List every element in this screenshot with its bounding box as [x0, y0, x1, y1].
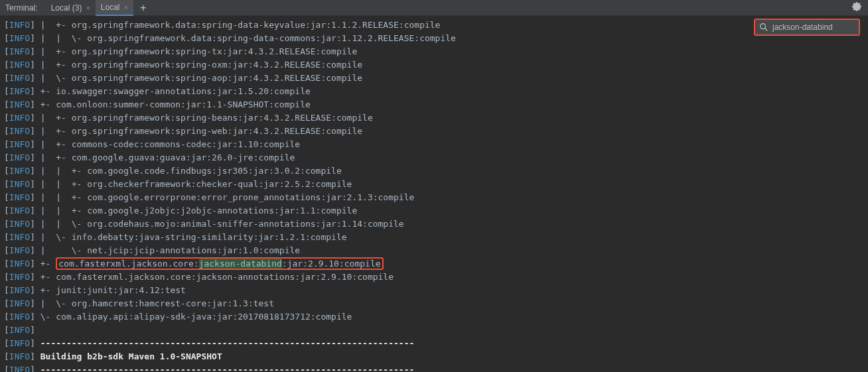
match-highlight-box: com.fasterxml.jackson.core:jackson-datab…	[56, 257, 383, 270]
search-box	[754, 19, 860, 36]
output-line: [INFO] +- io.swagger:swagger-annotations…	[4, 85, 864, 98]
search-input[interactable]	[772, 23, 855, 32]
terminal-tab-bar: Terminal: Local (3) × Local × +	[0, 0, 868, 16]
search-icon	[759, 23, 768, 32]
close-icon[interactable]: ×	[86, 4, 90, 12]
output-line: [INFO] | +- org.springframework:spring-w…	[4, 125, 864, 138]
output-line: [INFO] | | +- org.checkerframework:check…	[4, 178, 864, 191]
tab-local[interactable]: Local ×	[96, 0, 133, 16]
close-icon[interactable]: ×	[124, 3, 128, 11]
output-line: [INFO]	[4, 324, 864, 337]
output-line: [INFO] | \- info.debatty:java-string-sim…	[4, 231, 864, 244]
svg-point-0	[760, 24, 766, 29]
output-line: [INFO] ---------------------------------…	[4, 337, 864, 350]
output-line: [INFO] | | \- org.springframework.data:s…	[4, 32, 864, 45]
output-line: [INFO] +- com.fasterxml.jackson.core:jac…	[4, 271, 864, 284]
output-line: [INFO] Building b2b-sdk Maven 1.0-SNAPSH…	[4, 350, 864, 363]
output-line: [INFO] | +- com.google.guava:guava:jar:2…	[4, 151, 864, 164]
output-line: [INFO] | +- org.springframework.data:spr…	[4, 19, 864, 32]
output-line: [INFO] | | +- com.google.code.findbugs:j…	[4, 164, 864, 178]
tab-local-3[interactable]: Local (3) ×	[46, 0, 96, 16]
tab-label: Local	[101, 3, 120, 12]
output-line: [INFO] | \- net.jcip:jcip-annotations:ja…	[4, 244, 864, 257]
add-tab-button[interactable]: +	[133, 1, 153, 14]
output-line: [INFO] | | \- org.codehaus.mojo:animal-s…	[4, 217, 864, 231]
terminal-label: Terminal:	[5, 3, 38, 13]
output-line: [INFO] +- com.fasterxml.jackson.core:jac…	[4, 257, 864, 271]
output-line: [INFO] | \- org.springframework:spring-a…	[4, 72, 864, 85]
tab-label: Local (3)	[51, 3, 82, 13]
terminal-output[interactable]: [INFO] | +- org.springframework.data:spr…	[0, 16, 868, 372]
output-line: [INFO] | | +- com.google.j2objc:j2objc-a…	[4, 204, 864, 217]
output-line: [INFO] | | +- com.google.errorprone:erro…	[4, 191, 864, 204]
output-line: [INFO] +- junit:junit:jar:4.12:test	[4, 284, 864, 297]
output-line: [INFO] \- com.alipay.api:alipay-sdk-java…	[4, 310, 864, 324]
output-line: [INFO] ---------------------------------…	[4, 363, 864, 372]
output-line: [INFO] +- com.onloon:summer-common:jar:1…	[4, 98, 864, 111]
output-line: [INFO] | +- org.springframework:spring-t…	[4, 45, 864, 58]
svg-line-1	[765, 29, 768, 31]
output-line: [INFO] | \- org.hamcrest:hamcrest-core:j…	[4, 297, 864, 310]
output-line: [INFO] | +- org.springframework:spring-b…	[4, 111, 864, 125]
gear-icon[interactable]	[852, 2, 861, 13]
output-line: [INFO] | +- commons-codec:commons-codec:…	[4, 138, 864, 151]
output-line: [INFO] | +- org.springframework:spring-o…	[4, 58, 864, 72]
